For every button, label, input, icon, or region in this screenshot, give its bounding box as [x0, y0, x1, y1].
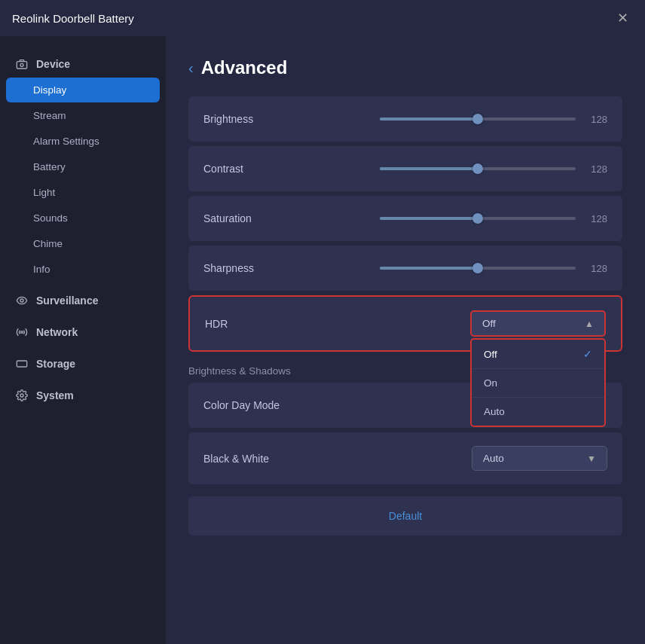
- contrast-slider-thumb[interactable]: [472, 163, 483, 174]
- sidebar-item-alarm[interactable]: Alarm Settings: [6, 129, 160, 154]
- sidebar-item-battery[interactable]: Battery: [6, 154, 160, 179]
- main-panel: ‹ Advanced Brightness 128: [166, 36, 645, 644]
- sidebar-section-surveillance-header: Surveillance: [0, 288, 166, 313]
- hdr-dropdown[interactable]: Off ▲ Off ✓ On Auto: [470, 310, 606, 337]
- window-title: Reolink Doorbell Battery: [12, 12, 134, 25]
- checkmark-icon: ✓: [583, 348, 592, 360]
- sidebar-item-info[interactable]: Info: [6, 257, 160, 282]
- contrast-row: Contrast 128: [188, 146, 622, 191]
- panel-title: Advanced: [201, 57, 288, 78]
- titlebar: Reolink Doorbell Battery ✕: [0, 0, 645, 36]
- hdr-dropdown-button[interactable]: Off ▲: [470, 310, 606, 337]
- black-white-dropdown[interactable]: Auto ▼: [472, 446, 607, 471]
- sidebar-section-system: System: [0, 383, 166, 408]
- svg-rect-4: [17, 361, 26, 367]
- saturation-slider-fill: [380, 217, 478, 220]
- hdr-row: HDR Off ▲ Off ✓ On: [188, 295, 622, 352]
- network-label: Network: [36, 326, 78, 338]
- hdr-option-off[interactable]: Off ✓: [472, 340, 604, 368]
- sidebar: Device Display Stream Alarm Settings Bat…: [0, 36, 166, 644]
- saturation-value: 128: [585, 213, 607, 224]
- svg-point-5: [20, 394, 23, 397]
- svg-point-3: [21, 331, 23, 334]
- sharpness-slider-fill: [380, 267, 478, 270]
- brightness-row: Brightness 128: [188, 96, 622, 142]
- sidebar-item-chime[interactable]: Chime: [6, 231, 160, 256]
- system-icon: [15, 389, 29, 402]
- black-white-row: Black & White Auto ▼: [188, 432, 622, 484]
- hdr-control: Off ▲ Off ✓ On Auto: [326, 310, 606, 337]
- sharpness-control: 128: [324, 263, 607, 274]
- sidebar-section-storage-header: Storage: [0, 351, 166, 377]
- saturation-slider-wrapper: 128: [324, 213, 607, 224]
- chevron-up-icon: ▲: [585, 319, 594, 329]
- network-icon: [15, 325, 29, 339]
- back-button[interactable]: ‹: [188, 60, 194, 77]
- svg-point-2: [20, 299, 23, 302]
- contrast-slider-wrapper: 128: [324, 163, 607, 175]
- saturation-row: Saturation 128: [188, 196, 622, 241]
- sharpness-label: Sharpness: [203, 262, 324, 274]
- default-btn-row: Default: [188, 496, 622, 536]
- saturation-slider-thumb[interactable]: [472, 213, 483, 224]
- brightness-slider-wrapper: 128: [324, 114, 607, 125]
- svg-rect-0: [17, 62, 26, 69]
- sidebar-item-sounds[interactable]: Sounds: [6, 206, 160, 230]
- sidebar-section-surveillance: Surveillance: [0, 288, 166, 313]
- black-white-label: Black & White: [203, 453, 324, 465]
- sidebar-section-system-header: System: [0, 383, 166, 408]
- main-content: Device Display Stream Alarm Settings Bat…: [0, 36, 645, 644]
- panel-header: ‹ Advanced: [188, 57, 622, 78]
- saturation-control: 128: [324, 213, 607, 224]
- device-section-label: Device: [36, 58, 70, 70]
- hdr-option-on[interactable]: On: [472, 368, 604, 397]
- sidebar-item-light[interactable]: Light: [6, 180, 160, 205]
- hdr-dropdown-menu: Off ✓ On Auto: [470, 338, 606, 427]
- contrast-slider-track[interactable]: [380, 167, 576, 170]
- surveillance-label: Surveillance: [36, 295, 99, 307]
- saturation-slider-track[interactable]: [380, 217, 576, 220]
- svg-point-1: [20, 63, 23, 66]
- brightness-slider-thumb[interactable]: [472, 114, 483, 124]
- sharpness-value: 128: [585, 263, 607, 274]
- contrast-control: 128: [324, 163, 607, 175]
- sharpness-slider-wrapper: 128: [324, 263, 607, 274]
- hdr-option-auto[interactable]: Auto: [472, 397, 604, 426]
- sidebar-section-network-header: Network: [0, 319, 166, 345]
- sidebar-item-stream[interactable]: Stream: [6, 103, 160, 128]
- sharpness-row: Sharpness 128: [188, 246, 622, 291]
- sharpness-slider-track[interactable]: [380, 267, 576, 270]
- brightness-value: 128: [585, 114, 607, 125]
- brightness-slider-track[interactable]: [380, 118, 576, 121]
- sidebar-item-display[interactable]: Display: [6, 78, 160, 102]
- contrast-label: Contrast: [203, 163, 324, 175]
- sidebar-section-device-header: Device: [0, 51, 166, 77]
- surveillance-icon: [15, 294, 29, 307]
- black-white-control: Auto ▼: [324, 446, 607, 471]
- chevron-down-icon: ▼: [587, 453, 596, 464]
- hdr-selected-value: Off: [482, 318, 496, 329]
- color-day-mode-label: Color Day Mode: [203, 399, 324, 411]
- contrast-slider-fill: [380, 167, 478, 170]
- close-button[interactable]: ✕: [612, 8, 633, 29]
- system-label: System: [36, 389, 74, 401]
- sidebar-section-network: Network: [0, 319, 166, 345]
- brightness-slider-fill: [380, 118, 478, 121]
- black-white-value: Auto: [483, 453, 504, 464]
- saturation-label: Saturation: [203, 212, 324, 224]
- hdr-label: HDR: [205, 318, 326, 330]
- brightness-label: Brightness: [203, 113, 324, 125]
- storage-label: Storage: [36, 358, 75, 370]
- default-button[interactable]: Default: [389, 510, 422, 522]
- brightness-control: 128: [324, 114, 607, 125]
- camera-icon: [15, 57, 29, 71]
- app-window: Reolink Doorbell Battery ✕ Device: [0, 0, 645, 644]
- sharpness-slider-thumb[interactable]: [472, 263, 483, 273]
- sidebar-section-device: Device Display Stream Alarm Settings Bat…: [0, 51, 166, 282]
- contrast-value: 128: [585, 163, 607, 175]
- sidebar-section-storage: Storage: [0, 351, 166, 377]
- storage-icon: [15, 357, 29, 371]
